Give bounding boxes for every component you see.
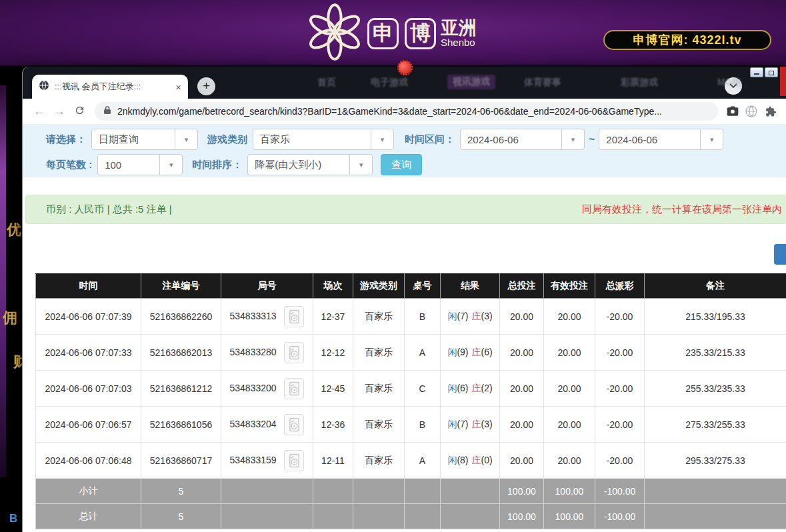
cell-result: 闲(9)庄(6) (441, 335, 500, 371)
cell-result: 闲(7)庄(3) (441, 407, 500, 443)
close-tab-icon[interactable]: × (175, 82, 181, 92)
browser-tab[interactable]: :::视讯 会员下注纪录::: × (32, 75, 188, 99)
cell-session: 12-12 (313, 335, 353, 371)
hot-badge-icon (397, 60, 413, 75)
cell-total-bet-link[interactable]: 20.00 (500, 407, 544, 443)
window-close-remnant (780, 67, 786, 96)
date-separator: ~ (589, 133, 595, 145)
cell-session: 12-45 (313, 371, 353, 407)
cell-result: 闲(6)庄(2) (441, 371, 500, 407)
notice-text: 同局有效投注，统一计算在该局第一张注单内 (582, 203, 782, 216)
footer-label: 小计 (36, 479, 141, 504)
video-replay-button[interactable] (284, 306, 304, 327)
cell-remark: 275.33/255.33 (645, 407, 786, 443)
footer-valid-bet: 100.00 (544, 479, 595, 504)
new-tab-button[interactable]: + (197, 77, 215, 95)
cell-total-bet-link[interactable]: 20.00 (500, 371, 544, 407)
column-header: 有效投注 (544, 274, 595, 299)
forward-icon[interactable]: → (49, 104, 69, 119)
reload-icon[interactable] (69, 105, 89, 119)
column-header: 游戏类别 (353, 274, 405, 299)
page-size-select[interactable]: 100 ▾ (97, 154, 183, 175)
bet-record-table: 时间注单编号局号场次游戏类别桌号结果总投注有效投注总派彩备注 2024-06-0… (35, 273, 786, 529)
date-end-picker[interactable]: 2024-06-06 ▾ (599, 129, 723, 150)
cell-payout: -20.00 (595, 335, 645, 371)
background-nav-item: 电子游戏 (371, 77, 408, 89)
floating-panel-button[interactable] (774, 244, 786, 265)
table-footer-row: 小计 5 100.00 100.00 -100.00 (36, 479, 786, 504)
cell-time: 2024-06-06 07:07:33 (36, 335, 141, 371)
cell-valid-bet: 20.00 (544, 371, 595, 407)
official-site-banner: 申博官网: 4322l.tv (603, 30, 771, 50)
video-replay-button[interactable] (284, 414, 304, 435)
camera-icon[interactable] (723, 105, 742, 118)
sort-label: 时间排序： (192, 159, 242, 171)
lock-icon (103, 105, 111, 117)
page-size-label: 每页笔数 : (46, 159, 92, 171)
cell-valid-bet: 20.00 (544, 299, 595, 335)
search-button[interactable]: 查询 (381, 154, 422, 175)
video-replay-button[interactable] (284, 450, 304, 471)
extensions-puzzle-icon[interactable] (761, 105, 779, 118)
cell-result: 闲(7)庄(3) (441, 299, 500, 335)
url-bar[interactable]: 2nkmdyly.com/game/betrecord_search/kind3… (95, 102, 718, 121)
cell-game-type: 百家乐 (353, 371, 405, 407)
cell-payout: -20.00 (595, 443, 645, 479)
cell-round-number: 534833204 (221, 407, 313, 443)
cell-time: 2024-06-06 07:07:39 (36, 299, 141, 335)
column-header: 总派彩 (595, 274, 645, 299)
cell-total-bet-link[interactable]: 20.00 (500, 335, 544, 371)
site-header: 申 博 亚洲 Shenbo 申博官网: 4322l.tv (0, 0, 786, 67)
column-header: 结果 (441, 274, 500, 299)
footer-total-bet: 100.00 (500, 479, 544, 504)
cell-bet-number: 521636860717 (141, 443, 221, 479)
game-type-select[interactable]: 百家乐 ▾ (253, 129, 394, 150)
minimize-button[interactable] (750, 67, 763, 77)
cell-bet-number: 521636861212 (141, 371, 221, 407)
cell-game-type: 百家乐 (353, 443, 405, 479)
footer-label: 总计 (36, 504, 141, 529)
cell-game-type: 百家乐 (353, 407, 405, 443)
browser-toolbar: ← → 2nkmdyly.com/game/betrecord_search/k… (23, 99, 786, 124)
column-header: 场次 (313, 274, 353, 299)
column-header: 注单编号 (141, 274, 221, 299)
background-fragment: 佣 (3, 308, 20, 328)
restore-button[interactable] (765, 67, 778, 77)
dropdown-arrow-icon: ▾ (159, 155, 182, 175)
logo-char-shen: 申 (367, 18, 399, 49)
cell-total-bet-link[interactable]: 20.00 (500, 299, 544, 335)
query-type-select[interactable]: 日期查询 ▾ (91, 129, 198, 150)
background-sidebar-edge (0, 85, 6, 477)
table-header-row: 时间注单编号局号场次游戏类别桌号结果总投注有效投注总派彩备注 (36, 274, 786, 299)
flower-logo-icon (308, 3, 361, 64)
cell-session: 12-36 (313, 407, 353, 443)
cell-table: B (405, 407, 441, 443)
cell-remark: 295.33/275.33 (645, 443, 786, 479)
cell-payout: -20.00 (595, 407, 645, 443)
logo-char-bo: 博 (405, 18, 436, 49)
cell-bet-number: 521636862260 (141, 299, 221, 335)
table-row: 2024-06-06 07:06:57 521636861056 5348332… (36, 407, 786, 443)
cell-payout: -20.00 (595, 371, 645, 407)
video-replay-button[interactable] (284, 378, 304, 399)
browser-window: :::视讯 会员下注纪录::: × + 首页电子游戏视讯游戏体育赛事彩票游戏MG… (22, 67, 786, 532)
date-range-label: 时间区间： (405, 133, 455, 146)
date-start-picker[interactable]: 2024-06-06 ▾ (460, 129, 585, 150)
cell-total-bet-link[interactable]: 20.00 (500, 443, 544, 479)
cell-payout: -20.00 (595, 299, 645, 335)
sort-select[interactable]: 降幂(由大到小) ▾ (247, 154, 373, 175)
globe-icon[interactable] (742, 105, 761, 117)
cell-remark: 215.33/195.33 (645, 299, 786, 335)
video-replay-button[interactable] (284, 342, 304, 363)
dropdown-arrow-icon: ▾ (700, 129, 723, 149)
footer-payout: -100.00 (595, 504, 645, 529)
column-header: 总投注 (500, 274, 544, 299)
background-nav-item: 体育赛事 (524, 77, 561, 89)
table-row: 2024-06-06 07:07:03 521636861212 5348332… (36, 371, 786, 407)
dropdown-arrow-icon: ▾ (371, 129, 393, 149)
page-content: 请选择： 日期查询 ▾ 游戏类别 百家乐 ▾ 时间区间： 2024-06-06 … (23, 124, 786, 532)
cell-game-type: 百家乐 (353, 335, 405, 371)
back-icon[interactable]: ← (29, 104, 49, 119)
cell-round-number: 534833280 (221, 335, 313, 371)
logo-region: 亚洲 (441, 19, 477, 37)
